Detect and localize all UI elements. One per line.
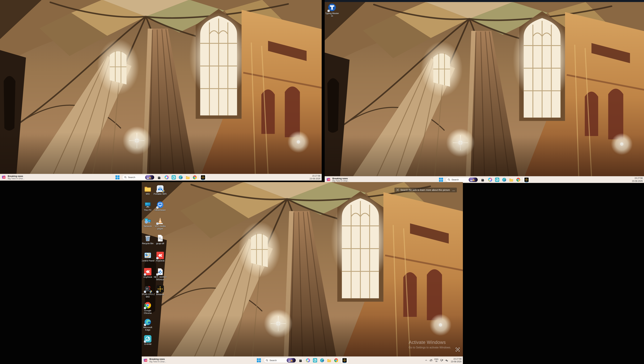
- desktop-icon-portable-wifi[interactable]: ↗Portable WiFi: [153, 185, 167, 195]
- desktop-icon-chrome[interactable]: ↗Google Chrome: [142, 301, 155, 314]
- widget-headline: Breaking news: [8, 175, 24, 178]
- desktop-icon-recycle-bin[interactable]: Recycle Bin: [142, 234, 155, 245]
- desktop-icon-okam[interactable]: ↗O-KAM: [142, 335, 155, 345]
- icon-art: ↗: [156, 217, 164, 225]
- start-button[interactable]: [115, 175, 120, 180]
- icon-art: ↗: [156, 268, 164, 275]
- search-spotlight-thumbnail[interactable]: [145, 175, 154, 180]
- spotlight-learn-more-bar[interactable]: Search the web to learn more about this …: [394, 188, 457, 192]
- ethernet-icon[interactable]: [440, 359, 443, 362]
- widget-headline: Breaking news: [332, 177, 349, 180]
- chrome-button[interactable]: [192, 175, 197, 180]
- taskbar-right: 15:27:56 23-08-2025: [632, 176, 643, 183]
- icon-art: [156, 234, 164, 242]
- file-explorer-button[interactable]: [186, 175, 190, 180]
- widgets-button[interactable]: Breaking news Big Twist In Dhar...: [144, 356, 166, 364]
- desktop-icon-control-panel[interactable]: Control Panel: [142, 252, 155, 262]
- desktop-icon-binance[interactable]: ↗Binance: [153, 285, 167, 296]
- icon-art: ↗: [156, 252, 164, 259]
- search-spotlight-thumbnail[interactable]: [469, 178, 478, 182]
- clock-date: 23-08-2025: [310, 177, 320, 180]
- monitor-1: Breaking news Big Twist In Dhar... Searc…: [0, 0, 322, 181]
- volume-muted-icon[interactable]: [445, 359, 448, 362]
- desktop-icon-label: NET_SERV2 Shortcut: [153, 276, 167, 281]
- edge-icon: [502, 178, 506, 182]
- chrome-button[interactable]: [516, 177, 520, 182]
- hidden-icons-chevron[interactable]: [425, 359, 428, 362]
- widget-headline: Breaking news: [150, 358, 166, 360]
- desktop-icon-network[interactable]: Network: [142, 217, 155, 228]
- chrome-icon: [334, 358, 338, 362]
- spotlight-label: Search the web to learn more about this …: [400, 189, 451, 191]
- task-view-button[interactable]: [299, 358, 303, 363]
- taskbar-clock[interactable]: 15:27:56 23-08-2025: [310, 175, 320, 180]
- start-button[interactable]: [256, 358, 261, 363]
- taskbar: Breaking news Big Twist In Dhar... Searc…: [0, 174, 322, 181]
- clock-time: 15:27:56: [451, 358, 462, 360]
- icon-art: ↗: [144, 285, 152, 293]
- folder-icon: [144, 185, 152, 192]
- search-box[interactable]: Search: [446, 177, 478, 182]
- widget-subheadline: Big Twist In Dhar...: [8, 177, 24, 180]
- desktop-icon-label: gcapi.dll: [156, 242, 164, 245]
- desktop-icon-anydesk-2[interactable]: ↗AnyDesk: [142, 268, 155, 278]
- copilot-button[interactable]: [306, 358, 310, 363]
- task-view-button[interactable]: [481, 177, 485, 182]
- desktop-icon-ultraviewer[interactable]: ↗UltraViewer: [153, 201, 167, 211]
- widgets-button[interactable]: Breaking news Big Twist In Dhar...: [2, 174, 24, 181]
- edge-button[interactable]: [320, 358, 324, 363]
- desktop-icon-edge[interactable]: ↗Microsoft Edge: [142, 318, 155, 331]
- desktop-icon-msi[interactable]: MSI: [142, 185, 155, 195]
- search-box[interactable]: Search: [122, 175, 155, 180]
- file-explorer-button[interactable]: [327, 358, 332, 363]
- desktop-icon-label: CPUID CPU-Z MSI: [142, 293, 155, 298]
- icon-art: ↗: [328, 3, 336, 12]
- task-view-button[interactable]: [157, 175, 162, 180]
- search-icon: [448, 178, 450, 181]
- desktop-icon-net-serv2[interactable]: ↗NET_SERV2 Shortcut: [153, 268, 167, 281]
- copilot-button[interactable]: [164, 175, 169, 180]
- file-explorer-button[interactable]: [509, 177, 514, 182]
- cloud-offline-icon[interactable]: [430, 359, 432, 362]
- search-box[interactable]: Search: [264, 358, 296, 363]
- okam-app-button[interactable]: [495, 177, 500, 182]
- shortcut-arrow-icon: ↗: [144, 340, 146, 343]
- taskbar-clock[interactable]: 15:27:56 23-08-2025: [632, 177, 643, 182]
- desktop-icon-cpu-z[interactable]: ↗CPUID CPU-Z MSI: [142, 285, 155, 298]
- uac-shield-icon: [149, 290, 152, 293]
- binance-button[interactable]: [523, 177, 530, 183]
- binance-button[interactable]: [200, 175, 206, 180]
- icon-art: ↗: [156, 285, 164, 293]
- okam-app-button[interactable]: [313, 358, 317, 363]
- okam-app-button[interactable]: [172, 175, 176, 180]
- desktop-icon-vlc[interactable]: ↗VLC media player: [153, 217, 167, 230]
- news-widget-icon: [326, 177, 331, 182]
- task-view-icon: [157, 175, 162, 180]
- spotlight-camera-icon[interactable]: [455, 347, 460, 352]
- taskbar-clock[interactable]: 15:27:56 23-08-2025: [451, 358, 462, 363]
- copilot-icon: [164, 175, 169, 180]
- uac-shield-icon: [162, 190, 165, 193]
- desktop-icon-label: Binance: [156, 293, 164, 296]
- copilot-button[interactable]: [488, 177, 492, 182]
- icon-art: ↗: [156, 185, 164, 192]
- desktop-icon-label: O-KAM: [144, 343, 152, 345]
- taskbar-right: ENGIN 15:27:56 23-08-2025: [425, 356, 462, 364]
- binance-button[interactable]: [341, 357, 348, 363]
- language-switcher[interactable]: ENGIN: [434, 358, 438, 362]
- edge-button[interactable]: [502, 177, 506, 182]
- copilot-icon: [306, 358, 310, 362]
- desktop-icon-this-pc[interactable]: This PC: [142, 201, 155, 211]
- chrome-button[interactable]: [334, 358, 338, 363]
- desktop-icon-label: Microsoft Edge: [142, 326, 155, 331]
- active-app-indicator: [525, 182, 528, 182]
- start-button[interactable]: [439, 177, 443, 182]
- edge-button[interactable]: [178, 175, 183, 180]
- search-spotlight-thumbnail[interactable]: [286, 358, 296, 362]
- desktop-icon-gcapi-dll[interactable]: gcapi.dll: [153, 234, 167, 245]
- desktop-icon-label: AnyDesk: [156, 260, 164, 262]
- desktop-icon-typing-master[interactable]: ↗ Typing Master 11: [325, 3, 339, 17]
- desktop-icon-anydesk[interactable]: ↗AnyDesk: [153, 252, 167, 262]
- edge-icon: [320, 358, 324, 362]
- spotlight-more-button[interactable]: ...: [452, 189, 455, 191]
